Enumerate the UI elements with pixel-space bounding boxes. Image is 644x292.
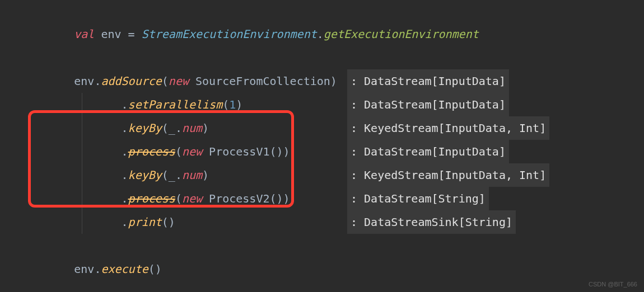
type-hint: : DataStream[InputData] xyxy=(347,69,509,93)
type-hint: : KeyedStream[InputData, Int] xyxy=(347,163,549,187)
keyword-new: new xyxy=(182,192,202,205)
var-env: env xyxy=(101,27,121,41)
code-editor[interactable]: val env = StreamExecutionEnvironment.get… xyxy=(34,22,610,281)
type-hint: : DataStream[InputData] xyxy=(347,140,509,163)
watermark: CSDN @BIT_666 xyxy=(589,281,637,288)
type-hint: : DataStreamSink[String] xyxy=(347,210,516,234)
method-getenv: getExecutionEnvironment xyxy=(324,27,479,41)
code-line-1[interactable]: val env = StreamExecutionEnvironment.get… xyxy=(34,22,610,46)
var-env: env xyxy=(74,262,94,276)
type-hint: : DataStream[InputData] xyxy=(347,93,509,116)
code-line-9[interactable]: .print() : DataStreamSink[String] xyxy=(34,210,610,234)
type-hint: : KeyedStream[InputData, Int] xyxy=(347,116,549,140)
keyword-val: val xyxy=(74,27,94,41)
type-hint: : DataStream[String] xyxy=(347,187,489,210)
method-execute: execute xyxy=(101,262,148,276)
class-streamenv: StreamExecutionEnvironment xyxy=(142,27,317,41)
code-line-11[interactable]: env.execute() xyxy=(34,257,610,281)
literal-1: 1 xyxy=(229,98,236,111)
method-print: print xyxy=(128,215,162,229)
class-processv1: ProcessV1 xyxy=(209,145,269,158)
class-processv2: ProcessV2 xyxy=(209,192,269,205)
